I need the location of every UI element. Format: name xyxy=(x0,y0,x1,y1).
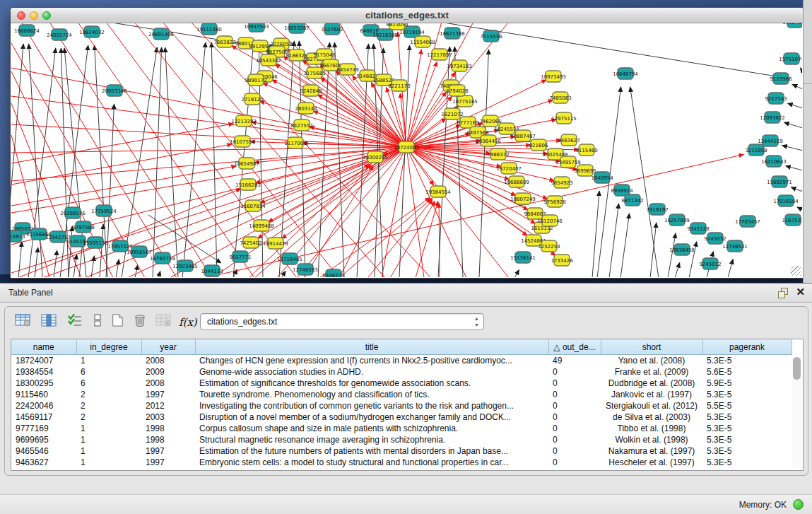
table-select-dropdown[interactable]: citations_edges.txt ▲▼ xyxy=(200,313,484,330)
table-cell[interactable]: Franke et al. (2009) xyxy=(601,366,702,378)
memory-ok-indicator-icon[interactable] xyxy=(793,499,804,510)
function-builder-icon[interactable]: f(x) xyxy=(179,314,197,332)
table-cell[interactable]: Genome-wide association studies in ADHD. xyxy=(195,366,548,378)
table-cell[interactable]: 9115460 xyxy=(11,389,76,400)
column-header-short[interactable]: short xyxy=(601,339,702,355)
table-cell[interactable]: 5.3E-5 xyxy=(702,445,792,457)
table-cell[interactable]: Tibbo et al. (1998) xyxy=(601,423,702,434)
column-chooser-icon[interactable] xyxy=(41,314,59,332)
table-cell[interactable]: 0 xyxy=(548,423,601,434)
column-header-year[interactable]: year xyxy=(141,339,195,355)
column-header-out_de[interactable]: △ out_de... xyxy=(548,339,601,355)
table-cell[interactable]: Disruption of a novel member of a sodium… xyxy=(195,411,548,423)
table-cell[interactable]: 18724007 xyxy=(11,355,76,367)
network-window-titlebar[interactable]: citations_edges.txt xyxy=(11,8,804,23)
table-cell[interactable]: 2 xyxy=(76,389,141,400)
table-cell[interactable]: 1 xyxy=(76,355,141,367)
network-canvas[interactable]: 1660662424055724186240322069140619111380… xyxy=(11,23,802,277)
table-cell[interactable]: 5.3E-5 xyxy=(702,434,792,445)
table-cell[interactable]: 49 xyxy=(548,355,601,367)
table-cell[interactable]: 9777169 xyxy=(11,423,76,434)
table-cell[interactable]: 5.3E-5 xyxy=(702,389,792,400)
column-header-name[interactable]: name xyxy=(11,339,76,355)
table-cell[interactable]: 1 xyxy=(76,445,141,457)
table-cell[interactable]: Estimation of significance thresholds fo… xyxy=(195,378,548,389)
table-row[interactable]: 1456911722003Disruption of a novel membe… xyxy=(11,411,792,423)
float-panel-icon[interactable] xyxy=(778,288,788,298)
table-cell[interactable]: de Silva et al. (2003) xyxy=(601,411,702,423)
table-cell[interactable]: Wolkin et al. (1998) xyxy=(601,434,702,445)
table-cell[interactable]: 5.3E-5 xyxy=(702,423,792,434)
table-cell[interactable]: Yano et al. (2008) xyxy=(601,355,702,367)
table-cell[interactable]: Hescheler et al. (1997) xyxy=(601,457,702,468)
table-cell[interactable]: 0 xyxy=(548,366,601,378)
table-cell[interactable]: Investigating the contribution of common… xyxy=(195,400,548,411)
table-cell[interactable]: 1997 xyxy=(141,457,195,468)
table-cell[interactable]: 22420046 xyxy=(11,400,76,411)
table-cell[interactable]: Changes of HCN gene expression and I(f) … xyxy=(195,355,548,367)
table-row[interactable]: 1938455462009Genome-wide association stu… xyxy=(11,366,792,378)
table-cell[interactable]: 0 xyxy=(548,411,601,423)
table-header-row[interactable]: namein_degreeyeartitle△ out_de...shortpa… xyxy=(11,339,792,355)
table-cell[interactable]: 6 xyxy=(76,378,141,389)
table-cell[interactable]: 2003 xyxy=(141,411,195,423)
table-cell[interactable]: Corpus callosum shape and size in male p… xyxy=(195,423,548,434)
table-cell[interactable]: 0 xyxy=(548,445,601,457)
table-cell[interactable]: 19384554 xyxy=(11,366,76,378)
table-cell[interactable]: 1998 xyxy=(141,423,195,434)
table-cell[interactable]: 0 xyxy=(548,400,601,411)
table-row[interactable]: 1872400712008Changes of HCN gene express… xyxy=(11,355,792,367)
table-cell[interactable]: 2008 xyxy=(141,355,195,367)
table-cell[interactable]: 2 xyxy=(76,400,141,411)
table-cell[interactable]: Structural magnetic resonance image aver… xyxy=(195,434,548,445)
table-cell[interactable]: 9463627 xyxy=(11,457,76,468)
table-row[interactable]: 969969511998Structural magnetic resonanc… xyxy=(11,434,792,445)
table-cell[interactable]: 2009 xyxy=(141,366,195,378)
table-cell[interactable]: 6 xyxy=(76,366,141,378)
table-cell[interactable]: Estimation of the future numbers of pati… xyxy=(195,445,548,457)
table-row[interactable]: 946362711997Embryonic stem cells: a mode… xyxy=(11,457,792,468)
table-cell[interactable]: 1997 xyxy=(141,445,195,457)
table-cell[interactable]: Jankovic et al. (1997) xyxy=(601,389,702,400)
table-cell[interactable]: 1 xyxy=(76,434,141,445)
table-cell[interactable]: 9699695 xyxy=(11,434,76,445)
table-cell[interactable]: 0 xyxy=(548,378,601,389)
column-header-title[interactable]: title xyxy=(195,339,548,355)
table-cell[interactable]: 2 xyxy=(76,411,141,423)
table-scrollbar[interactable] xyxy=(792,356,801,468)
column-header-pagerank[interactable]: pagerank xyxy=(702,339,792,355)
table-cell[interactable]: Tourette syndrome. Phenomenology and cla… xyxy=(195,389,548,400)
table-cell[interactable]: 5.3E-5 xyxy=(702,457,792,468)
table-row[interactable]: 1830029562008Estimation of significance … xyxy=(11,378,792,389)
table-cell[interactable]: Nakamura et al. (1997) xyxy=(601,445,702,457)
new-table-icon[interactable] xyxy=(110,314,128,332)
node-table[interactable]: namein_degreeyeartitle△ out_de...shortpa… xyxy=(11,339,804,471)
network-window[interactable]: citations_edges.txt 16606624240557241862… xyxy=(10,7,804,279)
table-cell[interactable]: Dudbridge et al. (2008) xyxy=(601,378,702,389)
table-cell[interactable]: 2008 xyxy=(141,378,195,389)
table-cell[interactable]: 2012 xyxy=(141,400,195,411)
close-panel-icon[interactable]: ✕ xyxy=(796,286,805,298)
table-cell[interactable]: 1 xyxy=(76,457,141,468)
window-resize-grip[interactable] xyxy=(791,266,801,276)
table-cell[interactable]: 0 xyxy=(548,434,601,445)
table-cell[interactable]: 0 xyxy=(548,457,601,468)
row-height-icon[interactable] xyxy=(90,314,108,332)
table-cell[interactable]: Embryonic stem cells: a model to study s… xyxy=(195,457,548,468)
table-cell[interactable]: 1 xyxy=(76,423,141,434)
table-cell[interactable]: 14569117 xyxy=(11,411,76,423)
table-cell[interactable]: 5.3E-5 xyxy=(702,411,792,423)
table-cell[interactable]: 1997 xyxy=(141,389,195,400)
table-cell[interactable]: 5.9E-5 xyxy=(702,378,792,389)
delete-table-icon[interactable] xyxy=(132,314,151,332)
column-header-in_degree[interactable]: in_degree xyxy=(76,339,141,355)
table-settings-icon[interactable] xyxy=(15,314,33,332)
table-cell[interactable]: 5.3E-5 xyxy=(702,355,792,367)
table-cell[interactable]: 9465546 xyxy=(11,445,76,457)
table-cell[interactable]: 5.6E-5 xyxy=(702,366,792,378)
table-row[interactable]: 911546021997Tourette syndrome. Phenomeno… xyxy=(11,389,792,400)
table-cell[interactable]: Stergiakouli et al. (2012) xyxy=(601,400,702,411)
node-table-grid[interactable]: namein_degreeyeartitle△ out_de...shortpa… xyxy=(11,339,792,468)
table-cell[interactable]: 0 xyxy=(548,389,601,400)
table-cell[interactable]: 5.5E-5 xyxy=(702,400,792,411)
